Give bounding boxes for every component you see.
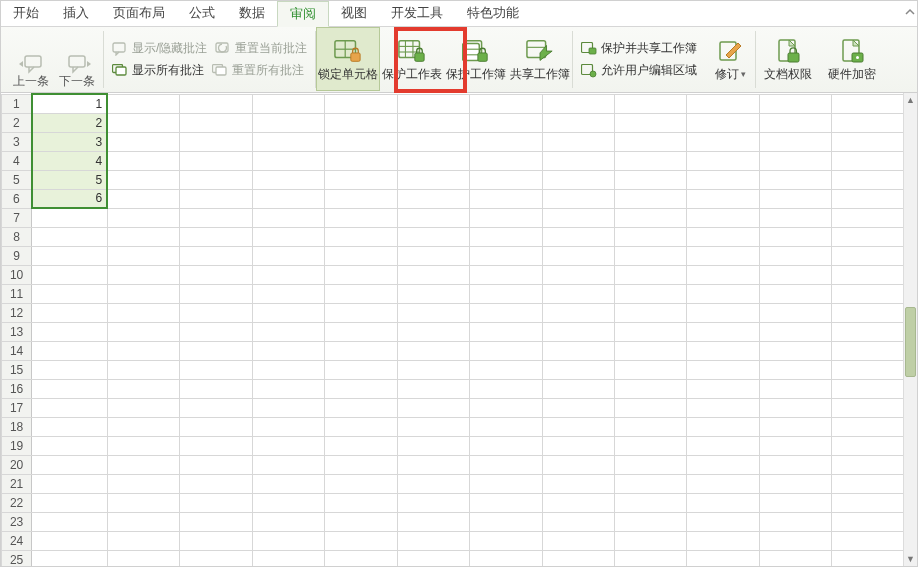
reset-current-comment-button[interactable]: 重置当前批注 <box>211 38 311 60</box>
cell[interactable]: 5 <box>32 170 108 189</box>
cell[interactable] <box>180 284 252 303</box>
cell[interactable] <box>107 132 179 151</box>
cell[interactable] <box>107 265 179 284</box>
cell[interactable] <box>397 512 469 531</box>
row-header[interactable]: 18 <box>2 417 32 436</box>
row-header[interactable]: 25 <box>2 550 32 566</box>
cell[interactable] <box>252 151 324 170</box>
cell[interactable] <box>832 284 903 303</box>
cell[interactable] <box>832 550 903 566</box>
cell[interactable] <box>614 379 686 398</box>
cell[interactable] <box>180 170 252 189</box>
cell[interactable] <box>614 398 686 417</box>
cell[interactable] <box>614 227 686 246</box>
cell[interactable] <box>107 189 179 208</box>
cell[interactable] <box>252 455 324 474</box>
cell[interactable] <box>180 474 252 493</box>
cell[interactable] <box>542 360 614 379</box>
cell[interactable] <box>397 303 469 322</box>
cell[interactable] <box>397 398 469 417</box>
cell[interactable] <box>180 550 252 566</box>
cell[interactable] <box>397 189 469 208</box>
cell[interactable] <box>614 512 686 531</box>
cell[interactable] <box>759 189 831 208</box>
cell[interactable] <box>397 436 469 455</box>
cell[interactable] <box>542 265 614 284</box>
cell[interactable] <box>107 474 179 493</box>
cell[interactable] <box>542 246 614 265</box>
cell[interactable] <box>614 170 686 189</box>
cell[interactable] <box>107 512 179 531</box>
cell[interactable] <box>687 113 759 132</box>
cell[interactable] <box>180 398 252 417</box>
cell[interactable] <box>397 94 469 113</box>
cell[interactable] <box>180 132 252 151</box>
cell[interactable] <box>107 379 179 398</box>
cell[interactable] <box>107 550 179 566</box>
cell[interactable] <box>470 284 542 303</box>
cell[interactable] <box>252 379 324 398</box>
cell[interactable] <box>32 531 108 550</box>
cell[interactable] <box>397 151 469 170</box>
cell[interactable] <box>107 398 179 417</box>
cell[interactable] <box>470 189 542 208</box>
cell[interactable]: 1 <box>32 94 108 113</box>
scrollbar-thumb[interactable] <box>905 307 916 377</box>
cell[interactable] <box>614 265 686 284</box>
cell[interactable] <box>325 493 397 512</box>
cell[interactable] <box>759 303 831 322</box>
row-header[interactable]: 11 <box>2 284 32 303</box>
cell[interactable] <box>759 398 831 417</box>
cell[interactable] <box>107 436 179 455</box>
cell[interactable]: 2 <box>32 113 108 132</box>
cell[interactable] <box>397 455 469 474</box>
cell[interactable] <box>107 417 179 436</box>
cell[interactable] <box>470 550 542 566</box>
cell[interactable] <box>180 417 252 436</box>
cell[interactable] <box>470 151 542 170</box>
cell[interactable] <box>397 170 469 189</box>
cell[interactable] <box>614 94 686 113</box>
cell[interactable] <box>32 474 108 493</box>
cell[interactable] <box>614 151 686 170</box>
cell[interactable] <box>180 227 252 246</box>
cell[interactable] <box>542 132 614 151</box>
cell[interactable] <box>832 170 903 189</box>
cell[interactable] <box>759 379 831 398</box>
cell[interactable] <box>325 132 397 151</box>
cell[interactable] <box>542 189 614 208</box>
cell[interactable] <box>614 550 686 566</box>
cell[interactable] <box>614 303 686 322</box>
row-header[interactable]: 4 <box>2 151 32 170</box>
cell[interactable] <box>542 341 614 360</box>
cell[interactable] <box>614 132 686 151</box>
cell[interactable] <box>832 227 903 246</box>
cell[interactable] <box>470 512 542 531</box>
cell[interactable] <box>180 322 252 341</box>
cell[interactable] <box>252 512 324 531</box>
cell[interactable] <box>687 227 759 246</box>
row-header[interactable]: 9 <box>2 246 32 265</box>
cell[interactable] <box>32 379 108 398</box>
cell[interactable] <box>759 227 831 246</box>
cell[interactable] <box>687 455 759 474</box>
cell[interactable] <box>325 512 397 531</box>
row-header[interactable]: 21 <box>2 474 32 493</box>
cell[interactable] <box>180 208 252 227</box>
cell[interactable] <box>687 189 759 208</box>
cell[interactable] <box>32 246 108 265</box>
cell[interactable] <box>759 474 831 493</box>
cell[interactable] <box>759 246 831 265</box>
cell[interactable] <box>32 227 108 246</box>
cell[interactable] <box>325 265 397 284</box>
cell[interactable] <box>397 284 469 303</box>
cell[interactable] <box>32 208 108 227</box>
cell[interactable] <box>542 531 614 550</box>
cell[interactable] <box>252 322 324 341</box>
cell[interactable] <box>252 132 324 151</box>
cell[interactable] <box>180 151 252 170</box>
cell[interactable] <box>107 170 179 189</box>
row-header[interactable]: 7 <box>2 208 32 227</box>
cell[interactable] <box>832 398 903 417</box>
cell[interactable]: 3 <box>32 132 108 151</box>
